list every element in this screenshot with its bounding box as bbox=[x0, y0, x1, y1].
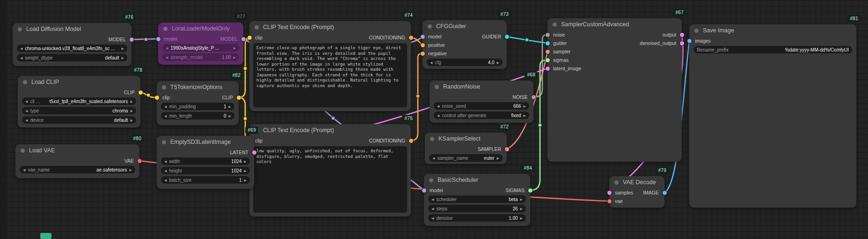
node-title-bar[interactable]: EmptySD3LatentImage bbox=[157, 136, 254, 148]
node-samplercustomadvanced-67[interactable]: #67SamplerCustomAdvancednoiseoutputguide… bbox=[547, 18, 682, 162]
noise-input-slot[interactable] bbox=[546, 33, 550, 37]
model-input-slot[interactable] bbox=[422, 188, 426, 193]
decrement-arrow-icon[interactable]: ◀ bbox=[164, 169, 167, 172]
increment-arrow-icon[interactable]: ▶ bbox=[233, 56, 236, 59]
decrement-arrow-icon[interactable]: ◀ bbox=[25, 119, 28, 122]
increment-arrow-icon[interactable]: ▶ bbox=[229, 114, 231, 118]
CONDITIONING-output-slot[interactable] bbox=[409, 139, 413, 143]
increment-arrow-icon[interactable]: ▶ bbox=[131, 119, 133, 122]
node-title-bar[interactable]: Load Diffusion Model bbox=[13, 23, 131, 35]
node-title-bar[interactable]: RandomNoise bbox=[430, 81, 533, 93]
link-junction-dot[interactable] bbox=[416, 94, 420, 98]
node-title-bar[interactable]: SamplerCustomAdvanced bbox=[547, 18, 682, 30]
decrement-arrow-icon[interactable]: ◀ bbox=[166, 56, 168, 59]
link-junction-dot[interactable] bbox=[525, 38, 529, 42]
node-emptysd3latentimage-69[interactable]: #69EmptySD3LatentImageLATENT◀width1024▶◀… bbox=[157, 136, 254, 189]
decrement-arrow-icon[interactable]: ◀ bbox=[20, 47, 22, 50]
node-ksamplerselect-72[interactable]: #72KSamplerSelectSAMPLER◀sampler_nameeul… bbox=[425, 133, 507, 164]
CONDITIONING-output-slot[interactable] bbox=[409, 36, 413, 40]
node-title-bar[interactable]: T5TokenizerOptions bbox=[157, 81, 239, 93]
node-cfgguider-73[interactable]: #73CFGGuidermodelGUIDERpositivenegative◀… bbox=[423, 20, 507, 69]
increment-arrow-icon[interactable]: ▶ bbox=[520, 207, 523, 210]
collapse-dot[interactable] bbox=[162, 140, 166, 144]
collapse-dot[interactable] bbox=[428, 24, 432, 29]
collapse-dot[interactable] bbox=[694, 29, 699, 33]
sigmas-input-slot[interactable] bbox=[546, 58, 550, 62]
link-junction-dot[interactable] bbox=[331, 116, 335, 120]
node-basicscheduler-84[interactable]: #84BasicSchedulermodelSIGMAS◀schedulerbe… bbox=[424, 174, 530, 226]
model-input-slot[interactable] bbox=[421, 35, 425, 39]
decrement-arrow-icon[interactable]: ◀ bbox=[431, 217, 434, 220]
decrement-arrow-icon[interactable]: ◀ bbox=[437, 105, 439, 108]
widget-scheduler[interactable]: ◀schedulerbeta▶ bbox=[428, 195, 526, 203]
node-loraloadermodelonly-77[interactable]: #77LoraLoaderModelOnlymodelMODEL◀1990sAn… bbox=[158, 22, 243, 65]
decrement-arrow-icon[interactable]: ◀ bbox=[166, 46, 168, 50]
negative-input-slot[interactable] bbox=[421, 52, 425, 56]
comfyui-node-canvas[interactable]: { "app": {"name": "ComfyUI workflow grap… bbox=[0, 0, 868, 239]
node-title-bar[interactable]: BasicScheduler bbox=[424, 174, 530, 186]
increment-arrow-icon[interactable]: ▶ bbox=[131, 100, 133, 103]
widget-batch-size[interactable]: ◀batch_size1▶ bbox=[161, 176, 250, 184]
collapse-dot[interactable] bbox=[614, 180, 619, 185]
collapse-dot[interactable] bbox=[553, 22, 557, 27]
clip-input-slot[interactable] bbox=[248, 36, 252, 40]
increment-arrow-icon[interactable]: ▶ bbox=[130, 168, 132, 172]
SAMPLER-output-slot[interactable] bbox=[505, 147, 509, 151]
decrement-arrow-icon[interactable]: ◀ bbox=[437, 114, 439, 117]
VAE-output-slot[interactable] bbox=[138, 159, 142, 163]
widget-vae-name[interactable]: ◀vae_nameae.safetensors▶ bbox=[20, 166, 135, 173]
increment-arrow-icon[interactable]: ▶ bbox=[524, 105, 526, 108]
collapse-dot[interactable] bbox=[163, 27, 168, 31]
decrement-arrow-icon[interactable]: ◀ bbox=[164, 179, 167, 182]
widget-noise-seed[interactable]: ◀noise_seed666▶ bbox=[434, 102, 529, 110]
node-title-bar[interactable]: KSamplerSelect bbox=[425, 133, 507, 145]
clip-input-slot[interactable] bbox=[155, 96, 159, 100]
widget-filename-prefix[interactable]: filename_prefix%date:yyyy-MM-dd%/ComfyUI bbox=[693, 46, 852, 53]
decrement-arrow-icon[interactable]: ◀ bbox=[164, 160, 167, 163]
widget-height[interactable]: ◀height1024▶ bbox=[161, 167, 250, 174]
widget-control-after-generate[interactable]: ◀control after generatefixed▶ bbox=[434, 112, 529, 119]
increment-arrow-icon[interactable]: ▶ bbox=[244, 169, 247, 172]
increment-arrow-icon[interactable]: ▶ bbox=[520, 217, 523, 220]
widget-steps[interactable]: ◀steps26▶ bbox=[428, 205, 526, 212]
node-title-bar[interactable]: Load CLIP bbox=[18, 76, 140, 88]
collapse-dot[interactable] bbox=[18, 27, 22, 31]
increment-arrow-icon[interactable]: ▶ bbox=[497, 157, 499, 160]
collapse-dot[interactable] bbox=[430, 137, 434, 141]
increment-arrow-icon[interactable]: ▶ bbox=[233, 46, 236, 50]
increment-arrow-icon[interactable]: ▶ bbox=[520, 198, 523, 201]
widget-strength-model[interactable]: ◀strength_model1.00▶ bbox=[162, 53, 239, 61]
node-clip-text-encode-prompt-75[interactable]: #75CLIP Text Encode (Prompt)clipCONDITIO… bbox=[249, 124, 411, 217]
link-junction-dot[interactable] bbox=[538, 123, 542, 127]
collapse-dot[interactable] bbox=[23, 80, 27, 84]
node-title-bar[interactable]: CLIP Text Encode (Prompt) bbox=[249, 124, 411, 136]
node-load-diffusion-model-76[interactable]: #76Load Diffusion ModelMODEL◀chroma-unlo… bbox=[13, 23, 131, 66]
widget-denoise[interactable]: ◀denoise1.00▶ bbox=[428, 214, 526, 222]
node-t5tokenizeroptions-82[interactable]: #82T5TokenizerOptionsclipCLIP◀min_paddin… bbox=[157, 81, 239, 125]
collapse-dot[interactable] bbox=[162, 85, 166, 90]
widget-min-padding[interactable]: ◀min_padding1▶ bbox=[161, 103, 234, 110]
decrement-arrow-icon[interactable]: ◀ bbox=[164, 105, 167, 108]
widget-weight-dtype[interactable]: ◀weight_dtypedefault▶ bbox=[17, 54, 127, 61]
widget-width[interactable]: ◀width1024▶ bbox=[161, 157, 250, 165]
widget-cfg[interactable]: ◀cfg4.0▶ bbox=[427, 59, 503, 66]
node-load-clip-78[interactable]: #78Load CLIPCLIP◀cli ...t5xxl_fp8_e4m3fn… bbox=[18, 76, 140, 127]
node-title-bar[interactable]: LoraLoaderModelOnly bbox=[158, 22, 243, 35]
samples-input-slot[interactable] bbox=[607, 191, 612, 195]
decrement-arrow-icon[interactable]: ◀ bbox=[431, 198, 434, 201]
vae-input-slot[interactable] bbox=[607, 199, 612, 203]
positive-input-slot[interactable] bbox=[421, 43, 425, 47]
NOISE-output-slot[interactable] bbox=[532, 95, 536, 99]
widget-combo[interactable]: ◀1990sAnalogStyle_P ...▶ bbox=[162, 44, 239, 52]
collapse-dot[interactable] bbox=[255, 25, 259, 30]
decrement-arrow-icon[interactable]: ◀ bbox=[432, 157, 435, 160]
collapse-dot[interactable] bbox=[435, 85, 439, 89]
increment-arrow-icon[interactable]: ▶ bbox=[131, 109, 133, 112]
collapse-dot[interactable] bbox=[21, 149, 25, 153]
images-input-slot[interactable] bbox=[687, 39, 692, 43]
widget-sampler-name[interactable]: ◀sampler_nameeuler▶ bbox=[429, 154, 503, 162]
collapse-dot[interactable] bbox=[429, 178, 433, 182]
node-title-bar[interactable]: Load VAE bbox=[15, 144, 139, 157]
IMAGE-output-slot[interactable] bbox=[663, 191, 667, 195]
increment-arrow-icon[interactable]: ▶ bbox=[122, 56, 124, 60]
